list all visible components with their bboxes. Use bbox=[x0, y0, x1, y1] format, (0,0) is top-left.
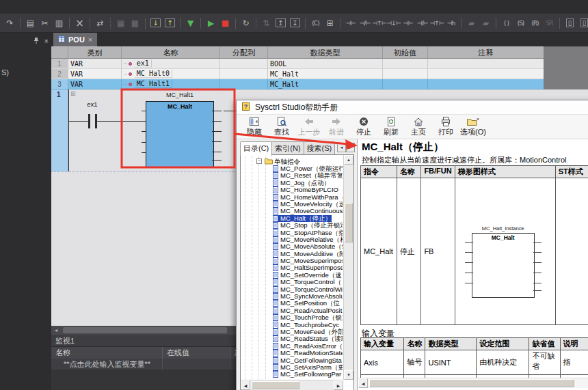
tree-item[interactable]: MC_MoveAbsolute（绝 bbox=[241, 243, 343, 250]
coil-set-icon[interactable]: (S) bbox=[514, 16, 527, 30]
tree-item[interactable]: MC_MoveRelative（相 bbox=[241, 236, 343, 243]
coil-icon[interactable]: ( ) bbox=[500, 16, 513, 30]
MC_Halt0[interactable]: 2 VAR ╌MC_Halt0 MC_Halt bbox=[51, 69, 544, 79]
tab-contents[interactable]: 目录(C) bbox=[240, 141, 272, 156]
parallel-nc-icon[interactable]: ⊣/⊢ bbox=[416, 16, 429, 30]
pin-icon[interactable] bbox=[33, 35, 40, 47]
build-icon[interactable]: ▦ bbox=[114, 16, 127, 30]
menu-item[interactable] bbox=[30, 0, 45, 14]
jump-icon[interactable]: ⇅ bbox=[260, 16, 273, 30]
parallel-falling-icon[interactable]: ⊣h bbox=[444, 16, 457, 30]
menu-item[interactable] bbox=[15, 0, 30, 14]
tree-item[interactable]: MC_Jog（点动） bbox=[241, 180, 343, 186]
upload-from-plc-icon[interactable]: ↑ bbox=[163, 16, 176, 30]
scroll-thumb[interactable] bbox=[345, 203, 353, 242]
tree-item[interactable]: MC_ReadMotionState bbox=[241, 350, 343, 357]
parallel-rising-icon[interactable]: ⊣↑⊢ bbox=[430, 16, 443, 30]
tree-item[interactable]: MC_TorqueControlWi bbox=[241, 286, 343, 293]
contact-label[interactable]: ex1 bbox=[79, 100, 106, 108]
fb-insert-icon[interactable]: ▯ bbox=[563, 16, 576, 30]
tree-item[interactable]: MC_Stop（停止并锁定 bbox=[241, 222, 343, 229]
tree-item[interactable]: MC_SyncMoveAbsolut bbox=[241, 293, 343, 300]
help-titlebar[interactable]: ? Sysctrl Studio帮助手册 bbox=[237, 100, 588, 115]
tree-item[interactable]: MC_SetAxisParm（更 bbox=[241, 364, 343, 371]
tree-item[interactable]: MC_SetOverride（速 bbox=[241, 272, 343, 279]
insert-below-icon[interactable]: ↧ bbox=[289, 16, 302, 30]
tab-search[interactable]: 搜索(S) bbox=[304, 141, 336, 156]
scroll-left-icon[interactable]: ◂ bbox=[51, 326, 61, 335]
menu-item[interactable] bbox=[60, 0, 75, 14]
tree-item[interactable]: MC_MoveFeed（外部中 bbox=[241, 329, 343, 335]
coil-c-icon[interactable]: (C) bbox=[309, 16, 322, 30]
rung-handle-icon[interactable]: ⊞ bbox=[70, 90, 76, 97]
back-button[interactable]: 上一步 bbox=[295, 116, 323, 137]
refresh-button[interactable]: 刷新 bbox=[377, 116, 405, 137]
tab-index[interactable]: 索引(N) bbox=[271, 141, 304, 156]
coil-reset-icon[interactable]: (R) bbox=[529, 16, 542, 30]
redo-icon[interactable]: ↷ bbox=[3, 16, 16, 30]
collapse-icon[interactable]: − bbox=[256, 158, 262, 164]
cut-icon[interactable]: ✂ bbox=[38, 16, 51, 30]
forward-button[interactable]: 前进 bbox=[323, 116, 350, 137]
scroll-left-icon[interactable]: ◀ bbox=[358, 378, 368, 388]
home-button[interactable]: 主页 bbox=[405, 116, 432, 137]
sync-icon[interactable]: ↻ bbox=[239, 16, 252, 30]
content-hscrollbar[interactable]: ◀ bbox=[358, 378, 588, 388]
MC_Halt1[interactable]: 3 VAR ╌MC_Halt1 MC_Halt bbox=[51, 79, 544, 89]
tree-item[interactable]: MC_MoveVelocity（速 bbox=[241, 201, 343, 208]
watch-col-name[interactable]: 名称 bbox=[51, 347, 163, 359]
tree-item[interactable]: MC_MoveSuperimpose bbox=[241, 257, 343, 264]
insert-above-icon[interactable]: ↥ bbox=[274, 16, 287, 30]
scroll-thumb[interactable] bbox=[369, 379, 574, 387]
tab-scroll-left-icon[interactable]: ◂ bbox=[337, 143, 346, 152]
stop-icon[interactable]: ■ bbox=[219, 16, 232, 30]
scroll-up-icon[interactable]: ▲ bbox=[344, 155, 353, 165]
tab-close-icon[interactable]: × bbox=[88, 36, 92, 44]
print-button[interactable]: 打印 bbox=[432, 116, 459, 137]
menu-item[interactable] bbox=[75, 0, 90, 14]
varblock-icon[interactable]: ⊞ bbox=[323, 16, 336, 30]
find-button[interactable]: 查找 bbox=[268, 116, 295, 137]
tree-item[interactable]: MC_SetFollowingPar bbox=[241, 371, 343, 378]
tree-item[interactable]: MC_HomeWithPara（参 bbox=[241, 194, 343, 201]
hide-button[interactable]: 隐藏 bbox=[241, 116, 268, 137]
tree-item[interactable]: MC_SetPosition（位 bbox=[241, 300, 343, 307]
sr-icon[interactable]: SR bbox=[543, 16, 556, 30]
tree-item[interactable]: MC_HaltSuperimpose bbox=[241, 264, 343, 271]
filter-icon[interactable]: ▼ bbox=[184, 16, 197, 30]
tree-item[interactable]: MC_MoveAdditive（附 bbox=[241, 251, 343, 257]
parallel-no-icon[interactable]: ⊣⊢ bbox=[401, 16, 414, 30]
contact-falling-icon[interactable]: ⊣↓⊢ bbox=[387, 16, 400, 30]
tree-vscrollbar[interactable]: ▲ ▼ bbox=[343, 155, 353, 380]
watch-col-online[interactable]: 在线值 bbox=[163, 347, 230, 359]
scroll-thumb[interactable] bbox=[252, 381, 299, 389]
tab-pou[interactable]: POU × bbox=[53, 33, 97, 46]
tree-folder-single-axis[interactable]: − 单轴指令 bbox=[241, 158, 343, 165]
tree-item[interactable]: MC_TouchprobeCyc（ bbox=[241, 322, 343, 329]
tree-item[interactable]: MC_Reset（轴异常复位 bbox=[241, 172, 343, 179]
tree-hscrollbar[interactable]: ◀ ▶ bbox=[241, 380, 343, 390]
rung-number[interactable]: 1 bbox=[51, 89, 68, 171]
fb-insert2-icon[interactable]: ▯ bbox=[578, 16, 588, 30]
tree-item[interactable]: MC_MoveContinuousV bbox=[241, 208, 343, 214]
inline-slash-icon[interactable]: ▰ bbox=[465, 16, 478, 30]
inline-p-icon[interactable]: ▰ bbox=[479, 16, 492, 30]
tree-item[interactable]: MC_ReadAxisError（ bbox=[241, 343, 343, 350]
ex1[interactable]: 1 VAR ╌ex1 BOOL bbox=[51, 59, 544, 69]
tree-item[interactable]: MC_TorqueControl（ bbox=[241, 279, 343, 285]
replace-icon[interactable]: ⇄ bbox=[94, 16, 107, 30]
run-icon[interactable]: ▶ bbox=[204, 16, 217, 30]
scroll-down-icon[interactable]: ▼ bbox=[344, 370, 353, 380]
build-all-icon[interactable]: ▩ bbox=[129, 16, 142, 30]
mc-halt-block[interactable]: MC_Halt bbox=[146, 101, 214, 167]
tree-item[interactable]: MC_StopAtPhase（指 bbox=[241, 229, 343, 236]
copy-icon[interactable]: ▤ bbox=[24, 16, 37, 30]
stop-button[interactable]: 停止 bbox=[350, 116, 377, 137]
tree-item[interactable]: MC_HomeByPLCIO（通 bbox=[241, 186, 343, 193]
scroll-left-icon[interactable]: ◀ bbox=[241, 380, 250, 390]
delete-icon[interactable]: × bbox=[73, 16, 86, 30]
download-to-plc-icon[interactable]: ↓ bbox=[149, 16, 162, 30]
tree-item[interactable]: MC_Halt（停止） bbox=[241, 215, 343, 222]
tree-item[interactable]: MC_TouchProbe（锁定 bbox=[241, 314, 343, 321]
close-panel-icon[interactable]: × bbox=[44, 37, 49, 45]
